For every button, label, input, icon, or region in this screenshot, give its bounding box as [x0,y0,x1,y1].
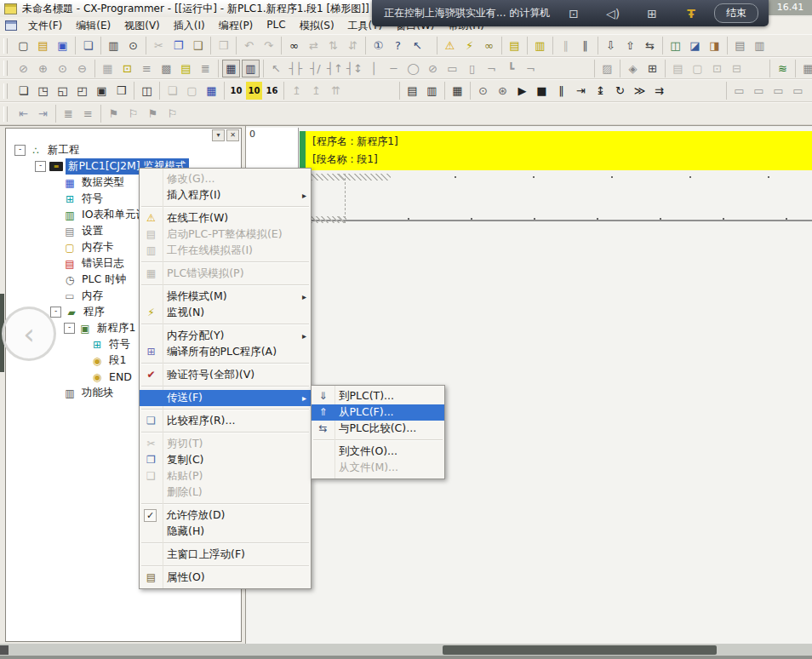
vertical-line-icon[interactable]: │ [365,60,383,77]
signed-decimal-display-icon[interactable]: 10 [246,82,262,100]
find-icon[interactable]: ∞ [285,37,303,54]
context-menu-item-operation-mode[interactable]: 操作模式(M)▸ [140,289,311,305]
cross-reference-icon[interactable]: ▩ [157,60,175,77]
sim-settings-icon[interactable]: ▦ [449,82,466,100]
submenu-item-from-plc[interactable]: ⇑从PLC(F)... [312,404,444,421]
window-tile-icon[interactable]: ◳ [34,82,52,100]
context-menu-item-float-on-main-window[interactable]: 主窗口上浮动(F) [140,547,311,563]
zoom-fit-icon[interactable]: ⊙ [54,60,71,77]
branch-icon[interactable]: ┗ [502,60,520,77]
new-file-icon[interactable]: ▢ [14,37,32,54]
right-dock-4-icon[interactable]: ▭ [789,82,807,100]
symbol-display-icon[interactable]: ⊡ [118,60,136,77]
right-dock-1-icon[interactable]: ▭ [730,82,748,100]
end-session-button[interactable]: 结束 [714,3,758,23]
context-menu-item-memory-allocation[interactable]: 内存分配(Y)▸ [140,328,311,344]
toolbar-grip[interactable] [3,83,8,99]
instruction-icon[interactable]: ▭ [443,60,461,77]
compare-with-plc-icon[interactable]: ⇆ [641,37,659,54]
rung-comment-icon[interactable]: ▤ [177,60,195,77]
toolbar-grip[interactable] [3,38,8,54]
print-preview-icon[interactable]: ⊙ [124,37,142,54]
context-menu-item-monitor[interactable]: ⚡监视(N) [140,305,311,321]
sim-step-icon[interactable]: ⇥ [572,82,590,100]
menubar-item-insert[interactable]: 插入(I) [167,17,212,35]
upload-from-plc-icon[interactable]: ⇧ [621,37,639,54]
mdi-windows-icon[interactable]: ◫ [138,82,156,100]
window-split-icon[interactable]: ◱ [54,82,71,100]
menubar-item-program[interactable]: 编程(P) [212,17,260,35]
bookmark-next-icon[interactable]: ⚑ [144,105,162,123]
menubar-item-simulation[interactable]: 模拟(S) [293,17,341,35]
select-mode-icon[interactable]: ↖ [267,60,285,77]
context-menu-item-compile-all-plc-programs[interactable]: ⊞编译所有的PLC程序(A) [140,344,311,360]
rung-wrap-icon[interactable]: ◪ [686,37,704,54]
menubar-item-file[interactable]: 文件(F) [21,17,69,35]
fullscreen-icon[interactable]: ⊡ [564,7,583,20]
views-ct-icon[interactable]: ▥ [242,60,260,77]
context-menu-item-validate-symbols-all[interactable]: ✔验证符号(全部)(V) [140,367,311,383]
submenu-item-to-plc[interactable]: ⇓到PLC(T)... [312,388,444,404]
context-menu-item-work-online[interactable]: ⚠在线工作(W) [140,210,311,226]
context-menu-item-properties[interactable]: ▤属性(O) [140,570,311,586]
outdent-icon[interactable]: ⇤ [14,105,32,123]
coil-icon[interactable]: ◯ [404,60,422,77]
program-monitor-icon[interactable]: ◫ [666,37,684,54]
context-help-icon[interactable]: ↖ [409,37,426,54]
bookmark-set-icon[interactable]: ⚑ [105,105,123,123]
save-icon[interactable]: ▣ [54,37,71,54]
program-list-icon[interactable]: ▦ [799,60,812,77]
window-cascade-icon[interactable]: ❏ [14,82,32,100]
program-check-icon[interactable]: ≋ [774,60,792,77]
work-online-icon[interactable]: ⚠ [441,37,459,54]
invert-icon[interactable]: ¬ [483,60,500,77]
speaker-icon[interactable]: ◁) [603,7,622,20]
toolbar-grip[interactable] [3,106,8,122]
watch-window-icon[interactable]: ◨ [706,37,723,54]
workspace-close-button[interactable]: ✕ [226,129,239,141]
sim-window-1-icon[interactable]: ▤ [403,82,421,100]
paste-icon[interactable]: ❑ [189,37,207,54]
decimal-display-icon[interactable]: 10 [228,82,244,100]
tree-expander[interactable]: - [64,323,75,334]
io-table-toolbar-icon[interactable]: ▥ [751,37,769,54]
menubar-item-view[interactable]: 视图(V) [117,17,167,35]
closed-coil-icon[interactable]: ⊘ [424,60,442,77]
indent-icon[interactable]: ⇥ [34,105,52,123]
print-icon[interactable]: ▥ [105,37,123,54]
context-menu-item-transfer[interactable]: 传送(F)▸ [140,390,311,406]
contact-updown-icon[interactable]: ┤↕ [346,60,363,77]
tree-item-new-project[interactable]: -∴新工程 [6,142,241,158]
pause-monitor-icon[interactable]: ∞ [480,37,498,54]
hex-grid-icon[interactable]: ▦ [203,82,220,100]
window-new-icon[interactable]: ▣ [93,82,111,100]
copy-icon[interactable]: ❐ [169,37,187,54]
scrollbar-thumb[interactable] [443,645,717,655]
grid-toggle-icon[interactable]: ▦ [99,60,117,77]
sim-stop-icon[interactable]: ■ [533,82,551,100]
submenu-item-compare-with-plc[interactable]: ⇆与PLC比较(C)... [312,421,444,437]
remote-tool-icon[interactable]: Ŧ [682,7,700,20]
mdi-child-icon[interactable] [5,20,17,31]
hex-display-icon[interactable]: 16 [264,82,280,100]
horizontal-scrollbar[interactable] [0,644,812,659]
address-reference-icon[interactable]: ≡ [138,60,156,77]
symbol-edit-icon[interactable]: ◈ [624,60,642,77]
about-icon[interactable]: ① [369,37,387,54]
remote-back-overlay[interactable]: ‹ [2,307,56,361]
monitor-list-icon[interactable]: ≣ [197,60,214,77]
instruction-box-icon[interactable]: ▯ [463,60,481,77]
context-menu-item-insert-program[interactable]: 插入程序(I)▸ [140,187,311,203]
views-window-icon[interactable]: ▦ [222,60,240,77]
tree-expander[interactable]: - [14,145,26,156]
edit-comment-icon[interactable]: ▨ [598,60,616,77]
context-menu-item-hide[interactable]: 隐藏(H) [140,524,311,540]
bookmark-clear-icon[interactable]: ⚐ [124,105,142,123]
monitor-mode-icon[interactable]: ⚡ [460,37,478,54]
sim-step-in-icon[interactable]: ↨ [592,82,609,100]
right-dock-2-icon[interactable]: ▭ [750,82,768,100]
tree-expander[interactable]: - [50,307,61,318]
workspace-dock-button[interactable]: ▾ [212,129,225,141]
horizontal-line-icon[interactable]: ─ [385,60,403,77]
window-arrange-icon[interactable]: ◰ [73,82,91,100]
